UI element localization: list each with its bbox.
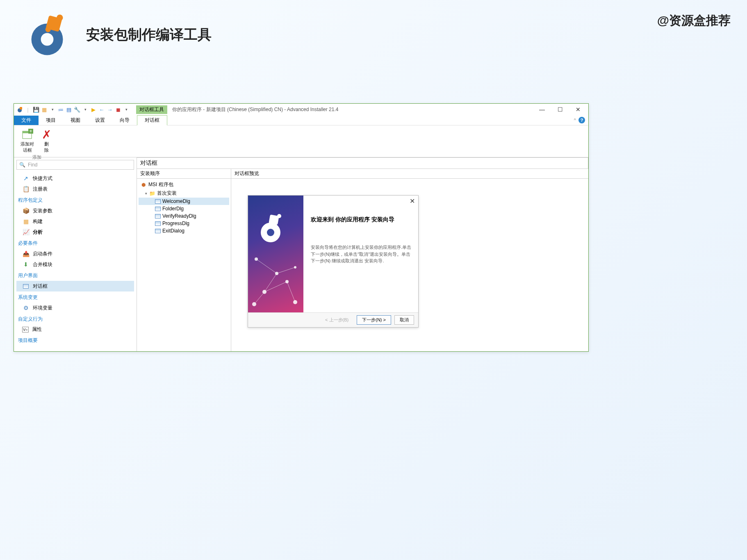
- window-title: 你的应用程序 - 新建项目 (Chinese (Simplified) CN) …: [172, 106, 338, 113]
- delete-icon: ✗: [40, 128, 53, 141]
- chart-icon: 📈: [22, 228, 30, 236]
- nav-header-custom[interactable]: 自定义行为: [16, 313, 134, 324]
- svg-point-3: [57, 15, 63, 21]
- tree-item-exit[interactable]: ExitDialog: [139, 227, 229, 234]
- add-dialog-button[interactable]: + 添加对 话框: [20, 127, 35, 154]
- nav-params[interactable]: 📦安装参数: [16, 205, 134, 216]
- tree-label: 首次安装: [157, 190, 177, 197]
- nav-label: 分析: [33, 229, 43, 236]
- wizard-title: 欢迎来到 你的应用程序 安装向导: [311, 216, 412, 223]
- tree-item-welcome[interactable]: WelcomeDlg: [139, 198, 229, 205]
- nav-header-package[interactable]: 程序包定义: [16, 194, 134, 205]
- delete-button[interactable]: ✗ 删 除: [39, 127, 54, 154]
- menu-settings[interactable]: 设置: [88, 116, 112, 125]
- preview-body: ✕: [231, 179, 588, 344]
- minimize-button[interactable]: —: [536, 106, 548, 113]
- nav-header-ui[interactable]: 用户界面: [16, 270, 134, 281]
- menu-dialog-tab[interactable]: 对话框: [137, 115, 167, 125]
- play-icon[interactable]: ▶: [90, 106, 97, 113]
- tree-header: 安装顺序: [137, 169, 231, 179]
- dropdown-icon[interactable]: ▾: [49, 106, 56, 113]
- wizard-cancel-button[interactable]: 取消: [394, 315, 414, 325]
- wizard-dialog: ✕: [248, 195, 419, 328]
- dialog-icon: [155, 229, 161, 233]
- nav-registry[interactable]: 📋注册表: [16, 184, 134, 194]
- wizard-back-button[interactable]: < 上一步(B): [320, 315, 353, 325]
- build-icon[interactable]: ▦: [41, 106, 48, 113]
- search-input[interactable]: 🔍 Find: [16, 160, 134, 170]
- wizard-body-text: 安装向导将在您的计算机上安装你的应用程序.单击下一步(N)继续，或单击"取消"退…: [311, 244, 412, 264]
- bricks-icon: ▦: [22, 218, 30, 225]
- menu-wizard[interactable]: 向导: [112, 116, 137, 125]
- dropdown-icon[interactable]: ▾: [82, 106, 89, 113]
- svg-rect-6: [20, 107, 22, 109]
- separator: |: [25, 106, 31, 113]
- page-header: 安装包制作编译工具: [0, 0, 747, 70]
- tree-label: ExitDialog: [162, 228, 184, 234]
- tree-item-progress[interactable]: ProgressDlg: [139, 220, 229, 227]
- tree-item-folder[interactable]: FolderDlg: [139, 205, 229, 212]
- nav-dialogs[interactable]: 对话框: [16, 281, 134, 291]
- left-nav-panel: 🔍 Find ↗快捷方式 📋注册表 程序包定义 📦安装参数 ▦构建 📈分析 必要…: [14, 157, 137, 351]
- stop-icon[interactable]: ◼: [115, 106, 121, 113]
- svg-point-1: [41, 33, 54, 46]
- nav-label: 属性: [32, 326, 42, 333]
- nav-analyze[interactable]: 📈分析: [16, 227, 134, 237]
- save-icon[interactable]: 💾: [33, 106, 39, 113]
- arrow-icon: ↗: [22, 175, 30, 182]
- nav-build[interactable]: ▦构建: [16, 216, 134, 227]
- svg-point-22: [275, 272, 278, 275]
- nav-properties[interactable]: V=属性: [16, 324, 134, 335]
- svg-point-12: [267, 229, 274, 236]
- dialog-icon: [155, 207, 161, 211]
- nav-label: 构建: [33, 218, 43, 225]
- ribbon-group-add: + 添加对 话框 ✗ 删 除 添加: [16, 127, 57, 157]
- svg-point-4: [46, 27, 51, 32]
- wizard-text-area: 欢迎来到 你的应用程序 安装向导 安装向导将在您的计算机上安装你的应用程序.单击…: [303, 196, 418, 312]
- wizard-next-button[interactable]: 下一步(N) >: [357, 315, 391, 325]
- back-icon[interactable]: ←: [98, 106, 105, 113]
- tree-folder[interactable]: ▾📁首次安装: [139, 189, 229, 198]
- ribbon: + 添加对 话框 ✗ 删 除 添加: [14, 125, 588, 157]
- nav-header-summary[interactable]: 项目概要: [16, 335, 134, 346]
- svg-line-19: [277, 267, 295, 273]
- run-icon[interactable]: ▤: [66, 106, 72, 113]
- env-icon: ⚙: [22, 304, 30, 312]
- svg-point-26: [294, 266, 296, 269]
- help-icon[interactable]: ?: [578, 117, 585, 123]
- svg-point-24: [285, 280, 289, 283]
- folder-icon: 📁: [149, 191, 155, 196]
- tree-label: FolderDlg: [162, 206, 184, 212]
- menu-project[interactable]: 项目: [39, 116, 63, 125]
- tree-item-verify[interactable]: VerifyReadyDlg: [139, 212, 229, 220]
- svg-point-14: [277, 214, 281, 218]
- nav-merge[interactable]: ⬇合并模块: [16, 259, 134, 270]
- menu-view[interactable]: 视图: [63, 116, 88, 125]
- wizard-close-icon[interactable]: ✕: [410, 197, 415, 205]
- forward-icon[interactable]: →: [107, 106, 113, 113]
- wizard-banner: [248, 196, 303, 312]
- panel-header: 对话框: [137, 157, 588, 169]
- nav-header-system[interactable]: 系统变更: [16, 291, 134, 303]
- svg-line-20: [254, 292, 264, 304]
- quick-access-toolbar: | 💾 ▦ ▾ ≔ ▤ 🔧 ▾ ▶ ← → ◼ ▾: [14, 106, 132, 113]
- tree-body: ⬢MSI 程序包 ▾📁首次安装 WelcomeDlg FolderDlg Ver…: [137, 179, 231, 236]
- collapse-ribbon-icon[interactable]: ^: [574, 118, 576, 123]
- dropdown-icon[interactable]: ▾: [123, 106, 130, 113]
- menu-file[interactable]: 文件: [14, 116, 39, 125]
- options-icon[interactable]: ≔: [57, 106, 64, 113]
- nav-launch[interactable]: 📤启动条件: [16, 248, 134, 259]
- dialog-icon: [155, 221, 161, 226]
- nav-env[interactable]: ⚙环境变量: [16, 303, 134, 313]
- close-button[interactable]: ✕: [572, 106, 584, 113]
- preview-panel: 对话框预览 ✕: [231, 169, 588, 351]
- tree-label: MSI 程序包: [148, 181, 173, 188]
- svg-text:+: +: [29, 129, 32, 134]
- nav-header-prereq[interactable]: 必要条件: [16, 237, 134, 248]
- add-dialog-icon: +: [21, 128, 34, 141]
- nav-shortcut[interactable]: ↗快捷方式: [16, 173, 134, 184]
- maximize-button[interactable]: ☐: [554, 106, 566, 113]
- tree-root[interactable]: ⬢MSI 程序包: [139, 180, 229, 189]
- tool-icon[interactable]: 🔧: [74, 106, 80, 113]
- page-title: 安装包制作编译工具: [86, 25, 212, 44]
